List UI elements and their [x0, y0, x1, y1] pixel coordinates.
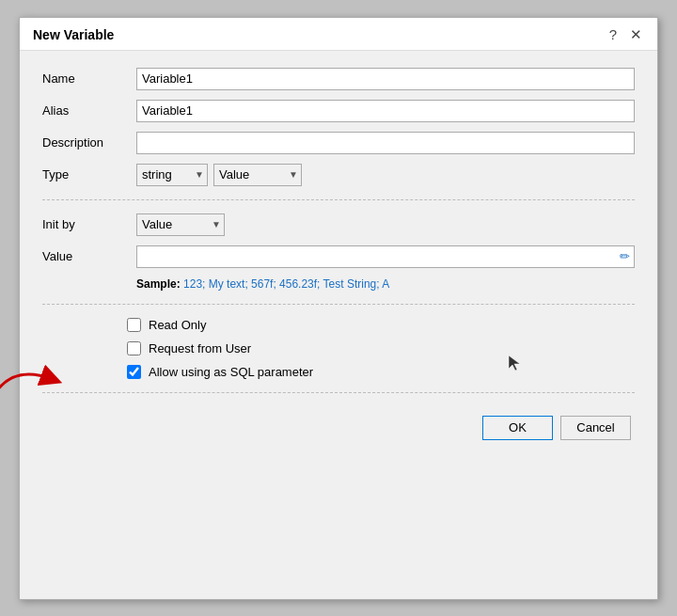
type-select-wrapper: string integer float boolean date ▼ — [136, 164, 208, 186]
value-label: Value — [42, 249, 127, 263]
sql-label: Allow using as SQL parameter — [149, 365, 313, 379]
value-input-wrapper: ✏ — [136, 245, 635, 268]
init-value-section: Init by Value Expression Parameter ▼ Val… — [42, 213, 635, 305]
title-icons: ? ✕ — [607, 27, 644, 41]
type-selects: string integer float boolean date ▼ Valu… — [136, 164, 302, 186]
value-type-select[interactable]: Value Expression Parameter — [213, 164, 302, 186]
close-button[interactable]: ✕ — [628, 27, 644, 41]
type-row: Type string integer float boolean date ▼ — [42, 164, 635, 186]
help-button[interactable]: ? — [607, 27, 619, 41]
request-checkbox[interactable] — [127, 341, 141, 355]
sample-label: Sample: — [136, 277, 181, 291]
sample-value: 123; My text; 567f; 456.23f; Test String… — [183, 277, 389, 291]
description-row: Description — [42, 132, 635, 154]
alias-label: Alias — [42, 103, 127, 118]
cancel-button[interactable]: Cancel — [560, 416, 631, 440]
ok-button[interactable]: OK — [482, 416, 553, 440]
checkboxes-section: Read Only Request from User — [42, 318, 635, 393]
sample-row: Sample: 123; My text; 567f; 456.23f; Tes… — [136, 277, 635, 291]
dialog-title: New Variable — [33, 27, 114, 42]
value-type-select-wrapper: Value Expression Parameter ▼ — [213, 164, 302, 186]
initby-select-wrapper: Value Expression Parameter ▼ — [136, 213, 225, 236]
alias-input[interactable] — [136, 100, 635, 122]
value-input[interactable] — [136, 245, 635, 268]
name-row: Name — [42, 68, 635, 90]
request-label: Request from User — [149, 341, 251, 355]
description-input[interactable] — [136, 132, 635, 154]
initby-row: Init by Value Expression Parameter ▼ — [42, 213, 635, 236]
name-input[interactable] — [136, 68, 635, 90]
new-variable-dialog: New Variable ? ✕ Name Alias Description — [19, 17, 658, 600]
description-label: Description — [42, 135, 127, 150]
pencil-icon[interactable]: ✏ — [620, 249, 630, 263]
button-row: OK Cancel — [42, 406, 635, 444]
alias-row: Alias — [42, 100, 635, 122]
sql-row: Allow using as SQL parameter — [52, 365, 635, 379]
readonly-checkbox[interactable] — [127, 318, 141, 332]
readonly-label: Read Only — [149, 318, 206, 332]
initby-select[interactable]: Value Expression Parameter — [136, 213, 225, 236]
sql-checkbox[interactable] — [127, 365, 141, 379]
basic-fields-section: Name Alias Description Type string — [42, 68, 635, 200]
name-label: Name — [42, 71, 127, 86]
request-row: Request from User — [52, 341, 635, 355]
type-label: Type — [42, 167, 127, 182]
readonly-row: Read Only — [52, 318, 635, 332]
title-bar: New Variable ? ✕ — [20, 18, 657, 51]
initby-label: Init by — [42, 217, 127, 231]
value-row: Value ✏ — [42, 245, 635, 268]
dialog-content: Name Alias Description Type string — [20, 51, 657, 599]
arrow-annotation — [0, 355, 71, 403]
type-select[interactable]: string integer float boolean date — [136, 164, 208, 186]
